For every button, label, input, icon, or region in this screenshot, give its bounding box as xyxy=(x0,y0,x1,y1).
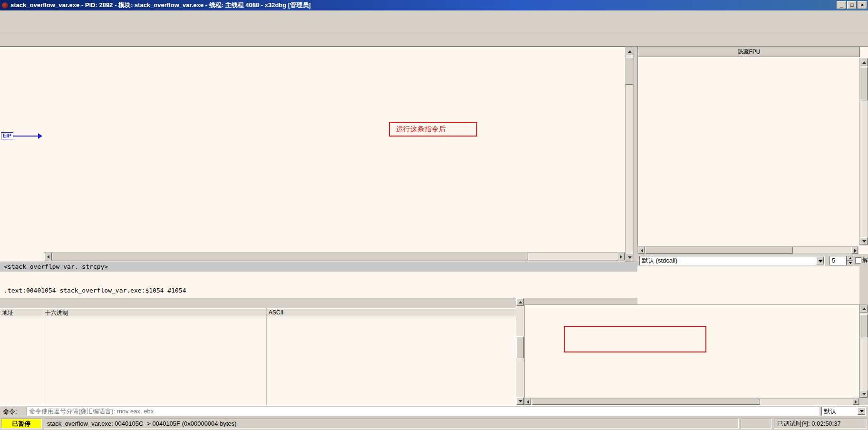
disassembly-pane[interactable] xyxy=(0,47,625,262)
registers-vscroll-thumb[interactable] xyxy=(860,67,868,100)
main-tab-bar xyxy=(0,34,868,47)
eip-marker: EIP xyxy=(1,132,13,139)
status-bar: 已暂停 stack_overflow_var.exe: 0040105C -> … xyxy=(0,417,868,430)
close-button[interactable]: × xyxy=(858,1,867,9)
menu-bar xyxy=(0,10,868,21)
eip-arrow xyxy=(13,136,38,137)
dump-vscrollbar[interactable] xyxy=(516,298,524,405)
unlock-label: 解锁 xyxy=(862,256,868,264)
stack-hscrollbar[interactable] xyxy=(524,398,859,405)
eip-arrow-head-icon xyxy=(38,133,42,139)
address-info-line: .text:00401054 stack_overflow_var.exe:$1… xyxy=(4,287,186,294)
minimize-button[interactable]: _ xyxy=(837,1,846,9)
command-input[interactable] xyxy=(27,407,820,416)
stack-vscrollbar[interactable] xyxy=(859,304,868,398)
arg-depth-stepper[interactable] xyxy=(847,256,853,265)
calling-convention-select[interactable]: 默认 (stdcall) xyxy=(639,256,825,265)
hide-fpu-button[interactable]: 隐藏FPU xyxy=(638,47,860,57)
app-icon xyxy=(2,2,8,9)
command-profile-select[interactable]: 默认 xyxy=(821,407,866,416)
status-badge: 已暂停 xyxy=(1,419,42,429)
toolbar xyxy=(0,21,868,34)
registers-hscroll-thumb[interactable] xyxy=(646,247,793,254)
dump-header-ascii: ASCII xyxy=(269,309,283,316)
debug-time: 已调试时间: 0:02:50:37 xyxy=(774,419,867,429)
stack-annotation-box xyxy=(564,326,706,352)
selected-symbol-label: <stack_overflow_var._strcpy> xyxy=(0,262,637,272)
chevron-down-icon[interactable] xyxy=(858,407,865,415)
window-title: stack_overflow_var.exe - PID: 2892 - 模块:… xyxy=(10,1,310,10)
disasm-hscrollbar[interactable] xyxy=(44,252,625,261)
disasm-vscroll-thumb[interactable] xyxy=(626,57,633,85)
dump-tab-bar xyxy=(0,298,516,308)
annotation-run-after: 运行这条指令后 xyxy=(389,122,477,137)
x32dbg-window: stack_overflow_var.exe - PID: 2892 - 模块:… xyxy=(0,0,868,430)
arg-depth-input[interactable]: 5 xyxy=(829,256,847,265)
title-bar[interactable]: stack_overflow_var.exe - PID: 2892 - 模块:… xyxy=(0,0,868,10)
registers-hscrollbar[interactable] xyxy=(637,246,858,254)
stack-arguments-pane[interactable] xyxy=(637,266,859,304)
unlock-checkbox[interactable] xyxy=(855,257,861,264)
disasm-vscrollbar[interactable] xyxy=(625,47,634,262)
maximize-button[interactable]: □ xyxy=(847,1,857,9)
dump-header: 地址 十六进制 ASCII xyxy=(0,308,516,316)
dump-vscroll-thumb[interactable] xyxy=(516,336,524,358)
command-bar: 命令: 默认 xyxy=(0,405,868,417)
disasm-hscroll-thumb[interactable] xyxy=(53,253,528,260)
registers-pane[interactable]: 隐藏FPU xyxy=(637,47,868,254)
status-empty-panel xyxy=(741,419,772,429)
stack-vscroll-thumb[interactable] xyxy=(860,314,868,337)
info-pane: <stack_overflow_var._strcpy> .text:00401… xyxy=(0,262,637,298)
command-label: 命令: xyxy=(3,408,17,416)
status-message: stack_overflow_var.exe: 0040105C -> 0040… xyxy=(44,419,739,429)
registers-vscrollbar[interactable] xyxy=(859,58,868,245)
chevron-down-icon[interactable] xyxy=(816,257,824,264)
stack-hscroll-thumb[interactable] xyxy=(532,399,760,405)
hex-dump-pane[interactable] xyxy=(0,316,516,405)
